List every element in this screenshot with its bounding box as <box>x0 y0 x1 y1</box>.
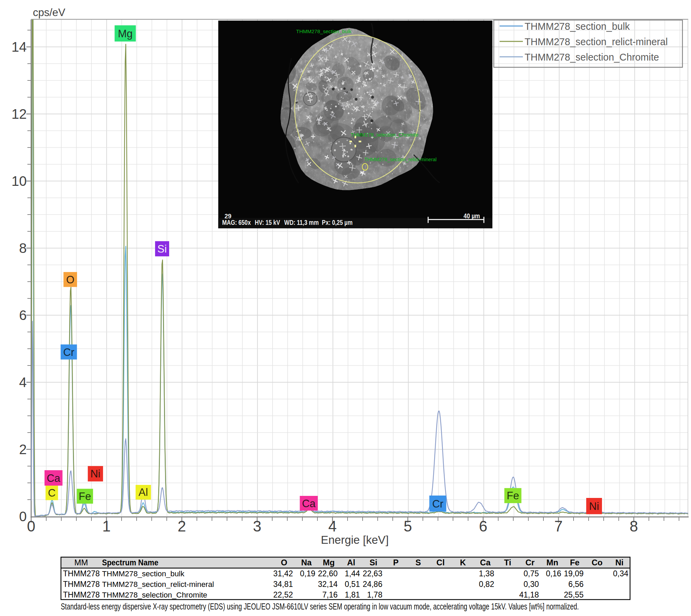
svg-text:K: K <box>460 558 466 567</box>
svg-text:0,16: 0,16 <box>546 569 561 578</box>
svg-text:12: 12 <box>12 106 27 121</box>
svg-text:Fe: Fe <box>570 558 579 567</box>
svg-text:22,52: 22,52 <box>273 590 293 599</box>
svg-text:5: 5 <box>404 518 412 535</box>
svg-text:HV: 15 kV: HV: 15 kV <box>255 218 280 226</box>
svg-text:1,44: 1,44 <box>345 569 360 578</box>
svg-text:MM: MM <box>74 558 88 567</box>
svg-text:0,30: 0,30 <box>524 580 539 589</box>
svg-text:THMM278: THMM278 <box>63 590 100 599</box>
svg-text:Cr: Cr <box>432 498 443 510</box>
svg-text:Energie [keV]: Energie [keV] <box>321 534 389 546</box>
svg-text:Si: Si <box>369 558 377 567</box>
svg-text:Ni: Ni <box>589 500 599 512</box>
svg-text:0: 0 <box>27 518 35 535</box>
svg-text:Al: Al <box>139 486 148 498</box>
svg-text:Cl: Cl <box>437 558 445 567</box>
svg-text:1,38: 1,38 <box>479 569 494 578</box>
svg-text:6: 6 <box>19 308 27 323</box>
svg-text:0,82: 0,82 <box>479 580 494 589</box>
svg-text:1,78: 1,78 <box>367 590 382 599</box>
svg-text:Fe: Fe <box>507 490 519 502</box>
svg-text:Cr: Cr <box>525 558 535 567</box>
svg-text:S: S <box>415 558 421 567</box>
svg-text:1: 1 <box>102 518 111 535</box>
svg-text:THMM278: THMM278 <box>63 580 100 589</box>
svg-text:THMM278_selection_Chromite: THMM278_selection_Chromite <box>525 51 659 63</box>
svg-text:Si: Si <box>158 243 167 255</box>
svg-text:THMM278_section_bulk: THMM278_section_bulk <box>525 21 630 32</box>
svg-text:34,81: 34,81 <box>273 580 293 589</box>
svg-text:C: C <box>48 487 55 499</box>
svg-text:2: 2 <box>178 518 186 535</box>
svg-text:31,42: 31,42 <box>273 569 293 578</box>
svg-text:0,75: 0,75 <box>524 569 539 578</box>
svg-text:4: 4 <box>19 375 27 390</box>
svg-text:cps/eV: cps/eV <box>33 7 65 18</box>
svg-text:0,19: 0,19 <box>300 569 315 578</box>
svg-text:19,09: 19,09 <box>564 569 584 578</box>
svg-text:7,16: 7,16 <box>322 590 338 599</box>
svg-text:Ni: Ni <box>615 558 624 567</box>
svg-text:Spectrum Name: Spectrum Name <box>102 558 158 567</box>
svg-text:THMM278_section_relict-mineral: THMM278_section_relict-mineral <box>364 156 437 162</box>
svg-text:Al: Al <box>347 558 355 567</box>
svg-text:Fe: Fe <box>79 490 91 502</box>
svg-text:THMM278_section_relict-mineral: THMM278_section_relict-mineral <box>102 579 214 588</box>
svg-text:0,34: 0,34 <box>613 569 628 578</box>
svg-text:Ca: Ca <box>302 498 316 510</box>
svg-text:1,81: 1,81 <box>345 590 360 599</box>
svg-text:8: 8 <box>19 241 27 256</box>
svg-text:THMM278_section_relict-mineral: THMM278_section_relict-mineral <box>525 36 668 47</box>
svg-text:Ca: Ca <box>47 472 60 484</box>
svg-text:Cr: Cr <box>63 346 74 358</box>
svg-text:14: 14 <box>12 39 27 54</box>
svg-text:MAG: 650x: MAG: 650x <box>222 218 251 226</box>
svg-text:2: 2 <box>19 442 27 457</box>
svg-text:THMM278_section_bulk: THMM278_section_bulk <box>296 28 352 34</box>
svg-text:Na: Na <box>301 558 312 567</box>
svg-text:Mg: Mg <box>118 28 133 40</box>
svg-text:10: 10 <box>12 174 27 189</box>
svg-text:Mn: Mn <box>546 558 558 567</box>
svg-text:Mg: Mg <box>323 558 335 567</box>
svg-text:Co: Co <box>592 558 603 567</box>
svg-text:Standard-less energy dispersiv: Standard-less energy dispersive X-ray sp… <box>61 602 579 612</box>
svg-text:6: 6 <box>479 518 487 535</box>
svg-text:24,86: 24,86 <box>363 580 382 589</box>
svg-text:THMM278_section_bulk: THMM278_section_bulk <box>102 569 185 578</box>
svg-text:41,18: 41,18 <box>519 590 539 599</box>
svg-text:8: 8 <box>630 518 638 535</box>
svg-text:O: O <box>281 558 287 567</box>
svg-text:WD: 11,3 mm: WD: 11,3 mm <box>284 218 319 226</box>
svg-text:7: 7 <box>554 518 563 535</box>
svg-text:THMM278: THMM278 <box>63 569 100 578</box>
svg-text:4: 4 <box>328 518 337 535</box>
svg-text:0: 0 <box>19 509 27 524</box>
svg-text:Ni: Ni <box>90 468 100 480</box>
svg-text:0,51: 0,51 <box>345 580 360 589</box>
svg-text:32,14: 32,14 <box>318 580 338 589</box>
svg-text:25,55: 25,55 <box>564 590 584 599</box>
svg-text:3: 3 <box>253 518 261 535</box>
svg-text:O: O <box>66 274 74 286</box>
svg-text:THMM278_selection_Chromite: THMM278_selection_Chromite <box>351 132 418 138</box>
svg-text:40 µm: 40 µm <box>464 212 480 220</box>
svg-text:THMM278_selection_Chromite: THMM278_selection_Chromite <box>102 590 207 599</box>
svg-text:Ca: Ca <box>480 558 491 567</box>
svg-text:22,60: 22,60 <box>318 569 338 578</box>
svg-text:6,56: 6,56 <box>568 580 584 589</box>
svg-text:Px: 0,25 µm: Px: 0,25 µm <box>322 218 352 226</box>
svg-text:Ti: Ti <box>504 558 511 567</box>
svg-text:22,63: 22,63 <box>363 569 382 578</box>
svg-text:P: P <box>393 558 399 567</box>
